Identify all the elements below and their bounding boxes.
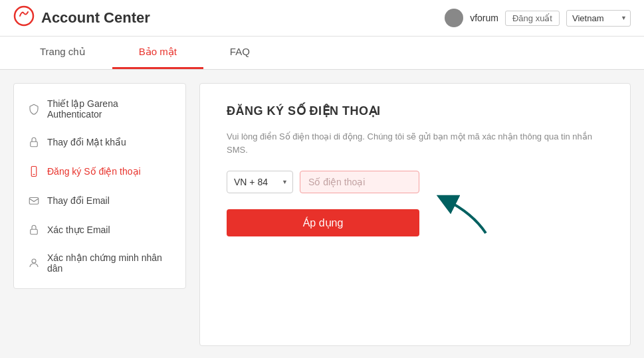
sidebar-item-id-verify-label: Xác nhận chứng minh nhân dân — [47, 252, 172, 274]
arrow-annotation — [433, 187, 499, 242]
sidebar-item-id-verify[interactable]: Xác nhận chứng minh nhân dân — [14, 244, 185, 282]
right-panel: ĐĂNG KÝ SỐ ĐIỆN THOẠI Vui lòng điền Số đ… — [199, 83, 631, 346]
sidebar-item-verify-email-label: Xác thực Email — [47, 224, 110, 235]
tab-security[interactable]: Bảo mật — [112, 37, 203, 69]
section-title: ĐĂNG KÝ SỐ ĐIỆN THOẠI — [227, 104, 603, 118]
country-select[interactable]: Vietnam Thailand Singapore Indonesia Phi… — [566, 10, 631, 27]
garena-logo-icon — [13, 5, 35, 31]
username-label: vforum — [470, 13, 498, 23]
lock2-icon — [27, 223, 41, 236]
header-left: Account Center — [13, 5, 150, 31]
shield-icon — [27, 102, 41, 116]
svg-point-6 — [32, 259, 36, 263]
email-icon — [27, 194, 41, 207]
phone-row: VN + 84 TH + 66 SG + 65 ID + 62 — [227, 171, 603, 193]
country-code-wrapper: VN + 84 TH + 66 SG + 65 ID + 62 — [227, 171, 293, 193]
sidebar: Thiết lập Garena Authenticator Thay đổi … — [13, 83, 186, 289]
svg-point-0 — [15, 7, 33, 25]
phone-input[interactable] — [300, 171, 419, 193]
sidebar-item-authenticator[interactable]: Thiết lập Garena Authenticator — [14, 90, 185, 128]
description-text: Vui lòng điền Số điện thoại di động. Chú… — [227, 130, 603, 156]
country-selector-wrapper: Vietnam Thailand Singapore Indonesia Phi… — [566, 10, 631, 27]
tab-faq[interactable]: FAQ — [203, 37, 276, 69]
lock-icon — [27, 135, 41, 149]
avatar — [445, 9, 463, 27]
sidebar-item-change-email[interactable]: Thay đổi Email — [14, 186, 185, 215]
header-right: vforum Đăng xuất Vietnam Thailand Singap… — [445, 9, 631, 27]
tab-home[interactable]: Trang chủ — [13, 37, 112, 69]
apply-button[interactable]: Áp dụng — [227, 209, 419, 236]
svg-rect-4 — [29, 198, 39, 205]
logout-button[interactable]: Đăng xuất — [505, 11, 560, 26]
svg-rect-1 — [31, 141, 38, 147]
app-title: Account Center — [41, 9, 150, 27]
sidebar-item-change-password[interactable]: Thay đổi Mật khẩu — [14, 128, 185, 157]
country-code-select[interactable]: VN + 84 TH + 66 SG + 65 ID + 62 — [227, 171, 293, 193]
nav-tabs: Trang chủ Bảo mật FAQ — [0, 37, 644, 70]
sidebar-item-change-password-label: Thay đổi Mật khẩu — [47, 137, 126, 147]
phone-icon — [27, 165, 41, 178]
sidebar-item-verify-email[interactable]: Xác thực Email — [14, 215, 185, 244]
main-content: Thiết lập Garena Authenticator Thay đổi … — [0, 70, 644, 358]
sidebar-item-phone[interactable]: Đăng ký Số điện thoại — [14, 157, 185, 186]
svg-rect-2 — [31, 167, 37, 177]
sidebar-item-phone-label: Đăng ký Số điện thoại — [47, 166, 141, 177]
header: Account Center vforum Đăng xuất Vietnam … — [0, 0, 644, 37]
sidebar-item-change-email-label: Thay đổi Email — [47, 195, 110, 206]
svg-rect-5 — [31, 229, 38, 234]
person-icon — [27, 256, 41, 270]
sidebar-item-authenticator-label: Thiết lập Garena Authenticator — [47, 98, 172, 120]
